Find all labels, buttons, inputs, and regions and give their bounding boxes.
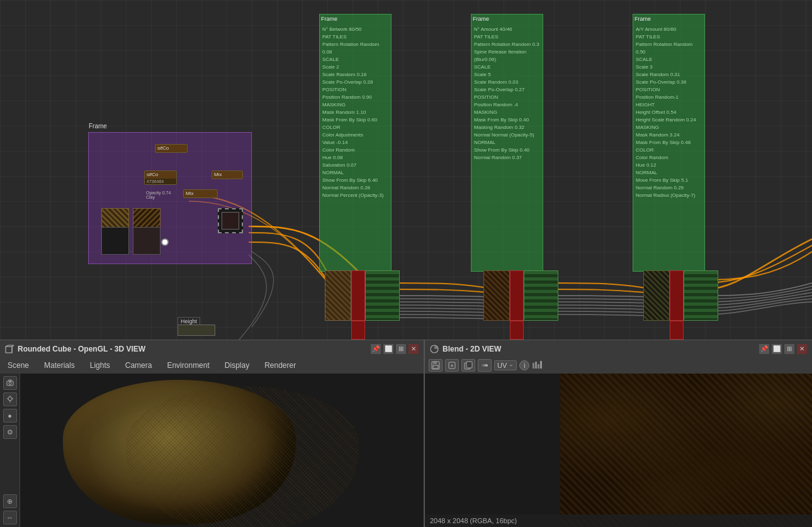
2d-toolbar: UV i [425, 357, 812, 374]
pin-button-2d[interactable]: 📌 [759, 344, 769, 354]
split-button-2d[interactable]: ⊞ [784, 344, 794, 354]
green-frame-3-label: Frame [634, 16, 651, 22]
green-frame-1-content: N° Betwork 80/50 PAT TILES Pattern Rotat… [320, 14, 391, 202]
output-node-inner [222, 212, 239, 230]
3d-sidebar: ● ⚙ ⊕ ↔ [0, 374, 20, 527]
connector-texture-3 [643, 270, 670, 321]
titlebar-3d-view: Rounded Cube - OpenGL - 3D VIEW 📌 ⬜ ⊞ ✕ [0, 340, 425, 357]
channel-btn-2d[interactable] [478, 359, 492, 372]
sidebar-object-btn[interactable]: ● [3, 409, 17, 423]
node-top-header: sifCo [155, 145, 187, 152]
pin-button-3d[interactable]: 📌 [371, 344, 381, 354]
node-left-upper-header: sifCo [145, 171, 176, 179]
uv-dropdown[interactable]: UV [494, 360, 517, 370]
svg-point-3 [9, 382, 11, 385]
connector-texture-2 [483, 270, 510, 321]
sidebar-camera-btn[interactable] [3, 376, 17, 390]
close-button-2d[interactable]: ✕ [797, 344, 807, 354]
node-top[interactable]: sifCo [155, 144, 188, 153]
svg-rect-20 [535, 362, 537, 369]
svg-rect-19 [533, 363, 534, 369]
menu-environment[interactable]: Environment [164, 360, 211, 371]
purple-frame-label: Frame [89, 123, 107, 130]
info-btn-2d[interactable]: i [519, 360, 529, 370]
2d-content-area: 2048 x 2048 (RGBA, 16bpc) [425, 374, 812, 527]
svg-rect-4 [9, 380, 11, 382]
sidebar-snap-btn[interactable]: ↔ [3, 511, 17, 524]
save-btn-2d[interactable] [429, 359, 443, 372]
3d-view-title: Rounded Cube - OpenGL - 3D VIEW [18, 345, 367, 353]
sidebar-settings-btn[interactable]: ⚙ [3, 425, 17, 439]
menu-camera[interactable]: Camera [123, 360, 155, 371]
node-right-1[interactable]: Mix [211, 170, 243, 179]
rounded-cube-object [63, 380, 296, 524]
connector-strip-1 [365, 270, 400, 321]
green-frame-2: Frame N° Amount 40/46 PAT TILES Pattern … [471, 14, 543, 272]
uv-dropdown-arrow [509, 363, 514, 368]
maximize-button-2d[interactable]: ⬜ [772, 344, 782, 354]
connector-red-3 [670, 270, 684, 321]
cube-texture [126, 386, 359, 527]
node-left-upper[interactable]: sifCo #736464 [144, 170, 177, 185]
viewport-3d[interactable]: Scene Materials Lights Camera Environmen… [0, 357, 425, 527]
connector-red-3b [670, 321, 684, 340]
green-frame-2-content: N° Amount 40/46 PAT TILES Pattern Rotati… [471, 14, 543, 164]
maximize-button-3d[interactable]: ⬜ [383, 344, 393, 354]
2d-view-title: Blend - 2D VIEW [443, 345, 755, 353]
svg-rect-11 [433, 362, 437, 364]
sidebar-transform-btn[interactable]: ⊕ [3, 494, 17, 508]
menu-materials[interactable]: Materials [42, 360, 77, 371]
status-bar-2d: 2048 x 2048 (RGBA, 16bpc) [425, 514, 812, 527]
blend-icon [430, 345, 439, 353]
bottom-panel: Rounded Cube - OpenGL - 3D VIEW 📌 ⬜ ⊞ ✕ … [0, 340, 812, 527]
connector-red-1b [351, 321, 365, 340]
menu-display[interactable]: Display [222, 360, 252, 371]
split-button-3d[interactable]: ⊞ [396, 344, 406, 354]
green-frame-1: Frame N° Betwork 80/50 PAT TILES Pattern… [319, 14, 392, 272]
green-frame-2-label: Frame [473, 16, 489, 22]
connection-dot[interactable] [161, 238, 169, 246]
titlebar-row: Rounded Cube - OpenGL - 3D VIEW 📌 ⬜ ⊞ ✕ … [0, 340, 812, 357]
menu-scene[interactable]: Scene [5, 360, 31, 371]
connector-strip-3 [684, 270, 718, 321]
node-editor[interactable]: Frame sifCo sifCo #736464 Opacity 0.74Cl… [0, 0, 812, 340]
3d-menubar: Scene Materials Lights Camera Environmen… [0, 357, 424, 374]
texture-node-4[interactable] [133, 227, 161, 255]
copy-btn-2d[interactable] [461, 359, 475, 372]
node-left-upper-body: #736464 [145, 179, 176, 184]
sidebar-light-btn[interactable] [3, 392, 17, 406]
node-center-header: Mix [184, 190, 217, 197]
texture-patches [560, 374, 812, 527]
viewport-2d[interactable]: UV i [425, 357, 812, 527]
output-node[interactable] [218, 208, 243, 233]
close-button-3d[interactable]: ✕ [409, 344, 419, 354]
connector-red-2b [510, 321, 524, 340]
connector-texture-1 [325, 270, 351, 321]
svg-point-18 [485, 364, 488, 367]
titlebar-2d-view: Blend - 2D VIEW 📌 ⬜ ⊞ ✕ [425, 340, 812, 357]
3d-content-area[interactable]: ● ⚙ ⊕ ↔ [0, 374, 424, 527]
node-center[interactable]: Mix [183, 189, 218, 198]
resolution-status: 2048 x 2048 (RGBA, 16bpc) [430, 517, 517, 524]
svg-point-5 [8, 397, 12, 401]
export-btn-2d[interactable] [445, 359, 459, 372]
svg-rect-21 [538, 364, 539, 369]
uv-label: UV [497, 362, 507, 369]
green-frame-1-label: Frame [321, 16, 337, 22]
chart-btn-2d[interactable] [532, 360, 543, 371]
menu-lights[interactable]: Lights [87, 360, 113, 371]
menu-renderer[interactable]: Renderer [262, 360, 298, 371]
svg-rect-12 [433, 365, 438, 369]
cube-icon [5, 345, 14, 353]
green-frame-3-content: A/Y Amount 80/80 PAT TILES Pattern Rotat… [633, 14, 704, 202]
3d-view-buttons: 📌 ⬜ ⊞ ✕ [371, 344, 419, 354]
svg-rect-22 [540, 361, 542, 369]
2d-view-buttons: 📌 ⬜ ⊞ ✕ [759, 344, 807, 354]
connector-red-1 [351, 270, 365, 321]
node-right-1-header: Mix [212, 171, 242, 179]
connector-strip-2 [524, 270, 558, 321]
svg-rect-15 [466, 362, 472, 368]
purple-frame: Frame sifCo sifCo #736464 Opacity 0.74Cl… [88, 132, 252, 264]
node-opacity-label: Opacity 0.74Clay [144, 189, 172, 201]
texture-node-3[interactable] [101, 227, 129, 255]
